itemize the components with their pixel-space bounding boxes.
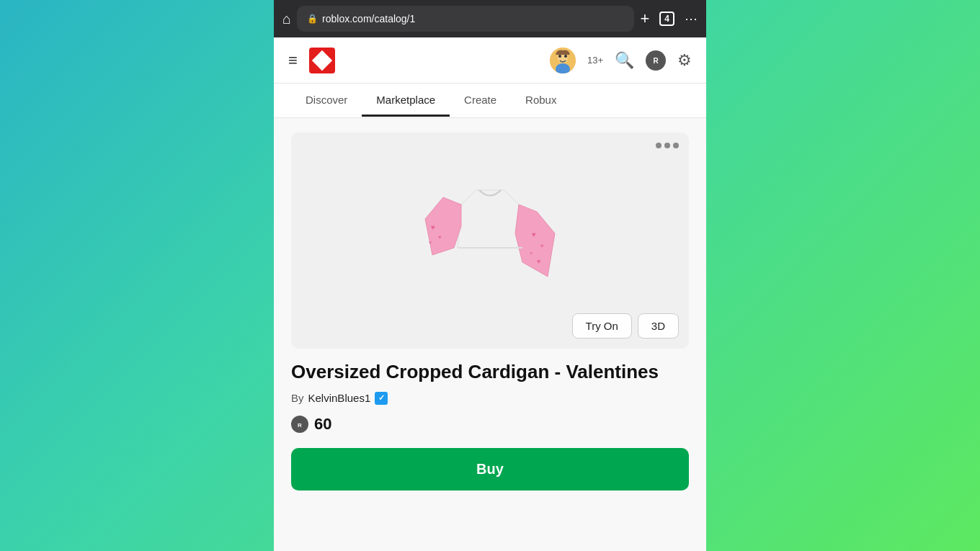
browser-more-icon[interactable]: ⋯	[685, 11, 698, 27]
avatar-icon[interactable]	[550, 48, 576, 73]
price-value: 60	[314, 415, 331, 434]
buy-button[interactable]: Buy	[291, 448, 689, 490]
svg-text:♥: ♥	[438, 234, 442, 241]
dot2	[664, 143, 670, 148]
url-bar[interactable]: 🔒 roblox.com/catalog/1	[297, 6, 634, 32]
nav-robux[interactable]: Robux	[511, 85, 571, 117]
svg-text:♥: ♥	[540, 243, 544, 249]
tab-count-badge[interactable]: 4	[659, 12, 674, 26]
home-button[interactable]: ⌂	[282, 11, 291, 27]
content-area: ♥ ♥ ♥ ♥ ♥ ♥ ♥ Try On 3D	[274, 118, 706, 551]
svg-text:♥: ♥	[429, 240, 432, 245]
svg-text:R: R	[298, 421, 302, 428]
dot3	[673, 143, 679, 148]
verified-badge: ✓	[375, 392, 388, 405]
browser-chrome: ⌂ 🔒 roblox.com/catalog/1 + 4 ⋯	[274, 0, 706, 37]
avatar-svg	[550, 48, 576, 73]
svg-text:R: R	[653, 57, 659, 65]
svg-text:♥: ♥	[537, 258, 540, 265]
svg-point-4	[564, 55, 567, 58]
product-price: R 60	[291, 415, 689, 434]
svg-text:♥: ♥	[532, 230, 536, 238]
age-badge: 13+	[587, 55, 603, 66]
nav-create[interactable]: Create	[450, 85, 511, 117]
view-3d-button[interactable]: 3D	[638, 313, 679, 339]
svg-point-3	[558, 55, 561, 58]
settings-icon[interactable]: ⚙	[677, 51, 692, 70]
creator-prefix: By	[291, 392, 304, 404]
nav-discover[interactable]: Discover	[291, 85, 362, 117]
nav-links-bar: Discover Marketplace Create Robux	[274, 84, 706, 118]
lock-icon: 🔒	[307, 14, 318, 24]
browser-actions: + 4 ⋯	[640, 9, 698, 28]
robux-svg: R	[649, 54, 662, 67]
roblox-logo-square	[312, 50, 332, 70]
search-icon[interactable]: 🔍	[615, 51, 634, 70]
svg-text:♥: ♥	[530, 251, 533, 256]
more-options[interactable]	[656, 143, 679, 148]
robux-price-svg: R	[295, 419, 305, 429]
product-image: ♥ ♥ ♥ ♥ ♥ ♥ ♥	[404, 161, 576, 320]
nav-icon-group: 13+ 🔍 R ⚙	[550, 48, 692, 73]
dot1	[656, 143, 662, 148]
creator-name[interactable]: KelvinBlues1	[308, 392, 371, 404]
robux-price-icon: R	[291, 416, 308, 433]
try-on-button[interactable]: Try On	[572, 313, 632, 339]
image-actions: Try On 3D	[572, 313, 679, 339]
product-creator: By KelvinBlues1 ✓	[291, 392, 689, 405]
robux-icon[interactable]: R	[646, 50, 666, 71]
product-title: Oversized Cropped Cardigan - Valentines	[291, 360, 689, 385]
phone-frame: ⌂ 🔒 roblox.com/catalog/1 + 4 ⋯ ≡	[274, 0, 706, 551]
url-text: roblox.com/catalog/1	[322, 13, 415, 24]
new-tab-icon[interactable]: +	[640, 9, 649, 28]
cardigan-svg: ♥ ♥ ♥ ♥ ♥ ♥ ♥	[404, 161, 576, 320]
svg-text:♥: ♥	[431, 223, 435, 231]
roblox-logo[interactable]	[309, 48, 335, 73]
nav-marketplace[interactable]: Marketplace	[362, 85, 450, 117]
product-image-container: ♥ ♥ ♥ ♥ ♥ ♥ ♥ Try On 3D	[291, 133, 689, 349]
roblox-top-nav: ≡ 13+ 🔍 R	[274, 37, 706, 84]
hamburger-menu[interactable]: ≡	[288, 51, 298, 70]
